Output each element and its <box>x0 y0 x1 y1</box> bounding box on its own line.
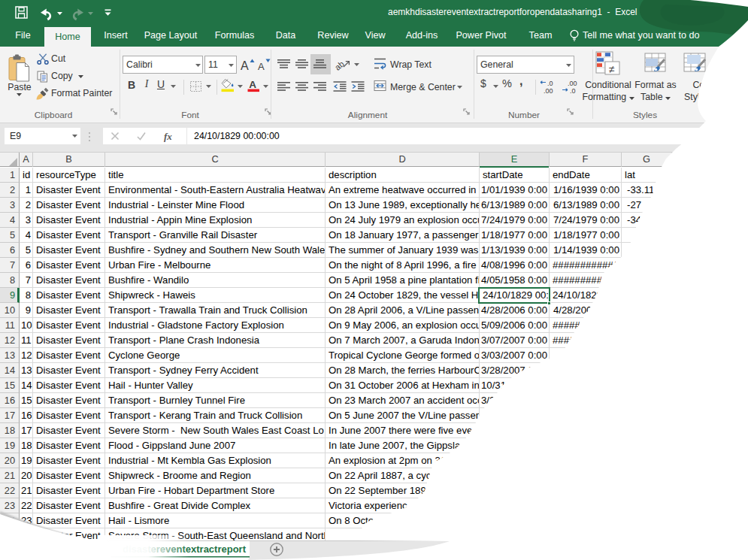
cell-A12[interactable]: 11 <box>20 333 33 348</box>
row-header-23[interactable]: 23 <box>0 498 20 513</box>
align-top-icon[interactable] <box>277 59 290 69</box>
cell-B14[interactable]: Disaster Event <box>33 363 105 378</box>
cell-D21[interactable]: On 22 April 1887, a cycl <box>326 468 480 483</box>
cell-A16[interactable]: 15 <box>20 393 33 408</box>
cell-A18[interactable]: 17 <box>20 423 33 438</box>
cell-C13[interactable]: Cyclone George <box>105 348 326 363</box>
cell-C10[interactable]: Transport - Trawalla Train and Truck Col… <box>105 303 326 318</box>
tab-page-layout[interactable]: Page Layout <box>140 25 201 47</box>
cell-D3[interactable]: On 13 June 1989, exceptionally hea <box>326 198 480 213</box>
undo-icon[interactable] <box>40 8 53 21</box>
cell-B19[interactable]: Disaster Event <box>33 438 105 453</box>
cell-E5[interactable]: 1/18/1977 0:00 <box>480 228 550 243</box>
cell-E3[interactable]: 6/13/1989 0:00 <box>480 198 550 213</box>
cell-G4[interactable]: -34 <box>622 213 672 228</box>
align-right-icon[interactable] <box>313 81 326 92</box>
cell-C8[interactable]: Bushfire - Wandilo <box>105 273 326 288</box>
row-header-20[interactable]: 20 <box>0 453 20 468</box>
row-header-15[interactable]: 15 <box>0 378 20 393</box>
cell-F7[interactable]: ############ <box>550 258 622 273</box>
cell-F9[interactable]: 24/10/1829 00:00:00 <box>550 288 622 303</box>
tab-insert[interactable]: Insert <box>95 25 137 47</box>
cell-C23[interactable]: Bushfire - Great Divide Complex <box>105 498 326 513</box>
cell-F6[interactable]: 1/14/1939 0:00 <box>550 243 622 258</box>
format-as-table-dropdown-icon[interactable] <box>665 97 671 100</box>
row-header-18[interactable]: 18 <box>0 423 20 438</box>
format-as-table-icon[interactable] <box>644 51 668 78</box>
cell-B15[interactable]: Disaster Event <box>33 378 105 393</box>
cell-B16[interactable]: Disaster Event <box>33 393 105 408</box>
borders-dropdown-icon[interactable] <box>206 85 211 88</box>
cell-A19[interactable]: 18 <box>20 438 33 453</box>
comma-button[interactable]: , <box>519 74 522 88</box>
cell-G23[interactable] <box>622 498 672 513</box>
cell-B2[interactable]: Disaster Event <box>33 183 105 198</box>
cell-F19[interactable] <box>550 438 622 453</box>
cell-C3[interactable]: Industrial - Leinster Mine Flood <box>105 198 326 213</box>
select-all-corner[interactable] <box>0 153 20 167</box>
cell-D10[interactable]: On 28 April 2006, a V/Line passenge <box>326 303 480 318</box>
cell-F17[interactable] <box>550 408 622 423</box>
cell-E21[interactable] <box>480 468 550 483</box>
cell-E2[interactable]: 1/01/1939 0:00 <box>480 183 550 198</box>
tab-formulas[interactable]: Formulas <box>208 25 261 47</box>
cell-B4[interactable]: Disaster Event <box>33 213 105 228</box>
cell-C14[interactable]: Transport - Sydney Ferry Accident <box>105 363 326 378</box>
column-header-F[interactable]: F <box>550 153 622 167</box>
cell-C16[interactable]: Transport - Burnley Tunnel Fire <box>105 393 326 408</box>
cell-B17[interactable]: Disaster Event <box>33 408 105 423</box>
currency-dropdown-icon[interactable] <box>493 85 498 88</box>
cell-A2[interactable]: 1 <box>20 183 33 198</box>
merge-center-dropdown-icon[interactable] <box>457 86 462 89</box>
cell-D20[interactable]: An explosion at 2pm on 31 <box>326 453 480 468</box>
row-header-4[interactable]: 4 <box>0 213 20 228</box>
cell-C24[interactable]: Hail - Lismore <box>105 513 326 528</box>
cell-D24[interactable]: On 8 Octo <box>326 513 480 528</box>
cell-E14[interactable]: 3/28/2007 0:00 <box>480 363 550 378</box>
cell-E15[interactable]: 10/31/2006 0:00 <box>480 378 550 393</box>
tab-team[interactable]: Team <box>519 25 562 47</box>
row-header-16[interactable]: 16 <box>0 393 20 408</box>
cell-G6[interactable] <box>622 243 672 258</box>
cell-F3[interactable]: 6/13/1989 0:00 <box>550 198 622 213</box>
cell-C15[interactable]: Hail - Hunter Valley <box>105 378 326 393</box>
cell-styles-icon[interactable] <box>683 51 709 78</box>
cell-E11[interactable]: 5/09/2006 0:00 <box>480 318 550 333</box>
cell-G11[interactable] <box>622 318 672 333</box>
cell-B22[interactable]: Disaster Event <box>33 483 105 498</box>
cell-B13[interactable]: Disaster Event <box>33 348 105 363</box>
cell-C17[interactable]: Transport - Kerang Train and Truck Colli… <box>105 408 326 423</box>
increase-indent-icon[interactable] <box>351 81 365 92</box>
fill-color-dropdown-icon[interactable] <box>238 85 243 88</box>
cell-B20[interactable]: Disaster Event <box>33 453 105 468</box>
cell-C4[interactable]: Industrial - Appin Mine Explosion <box>105 213 326 228</box>
cell-G21[interactable] <box>622 468 672 483</box>
cell-B23[interactable]: Disaster Event <box>33 498 105 513</box>
row-header-24[interactable]: 24 <box>0 513 20 528</box>
cell-G2[interactable]: -33.11 <box>622 183 672 198</box>
cell-B3[interactable]: Disaster Event <box>33 198 105 213</box>
cell-G22[interactable] <box>622 483 672 498</box>
cell-D22[interactable]: On 22 September 189 <box>326 483 480 498</box>
cell-A8[interactable]: 7 <box>20 273 33 288</box>
cancel-icon[interactable] <box>111 132 120 141</box>
cell-B5[interactable]: Disaster Event <box>33 228 105 243</box>
cell-B9[interactable]: Disaster Event <box>33 288 105 303</box>
font-color-icon[interactable]: A <box>247 78 260 92</box>
cell-C1[interactable]: title <box>105 168 326 183</box>
save-icon[interactable] <box>15 6 28 19</box>
redo-dropdown-icon[interactable] <box>88 12 93 15</box>
cell-B24[interactable]: Disaster Event <box>33 513 105 528</box>
align-middle-icon[interactable] <box>295 59 308 69</box>
insert-function-icon[interactable]: fx <box>163 130 177 142</box>
row-header-8[interactable]: 8 <box>0 273 20 288</box>
font-color-dropdown-icon[interactable] <box>263 85 268 88</box>
cell-A7[interactable]: 6 <box>20 258 33 273</box>
row-header-6[interactable]: 6 <box>0 243 20 258</box>
wrap-text-icon[interactable] <box>374 58 386 70</box>
orientation-dropdown-icon[interactable] <box>354 63 359 66</box>
cell-B11[interactable]: Disaster Event <box>33 318 105 333</box>
cell-C20[interactable]: Industrial - Mt Kembla Gas Explosion <box>105 453 326 468</box>
tab-home[interactable]: Home <box>44 27 91 47</box>
cell-C21[interactable]: Shipwreck - Broome and Region <box>105 468 326 483</box>
